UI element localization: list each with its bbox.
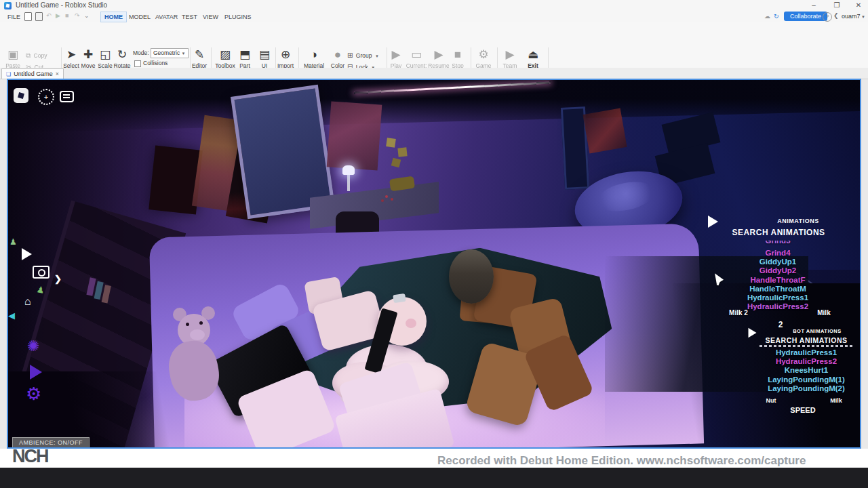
animation-item[interactable]: HydraulicPress2 [745,357,861,367]
chevron-right-icon[interactable]: ❯ [54,274,62,284]
play-overlay-icon[interactable] [22,248,32,260]
cloud-icon[interactable]: ☁ [764,13,770,20]
animation-item[interactable]: Grind4 [724,249,832,258]
panel2-search[interactable]: SEARCH ANIMATIONS [751,336,861,344]
open-file-icon[interactable] [35,12,43,21]
doc-tab-close-icon[interactable]: × [56,70,59,77]
game-viewport[interactable]: + ♟ ❯ ♟ ⌂ ◀ ✺ ⚙ AMBIENCE: ON/OFF ANIMATI… [7,79,861,449]
chat-icon[interactable] [60,91,74,102]
terrain-editor-icon: ✎ [188,47,211,62]
roblox-studio-icon [4,2,12,9]
ambience-toggle-button[interactable]: AMBIENCE: ON/OFF [12,437,90,449]
scene-poster-red [583,108,627,154]
rotate-tool-button[interactable]: ↻ Rotate [111,47,134,69]
collisions-checkbox[interactable] [134,60,141,67]
title-bar: Untitled Game - Roblox Studio – ❐ ✕ [0,0,868,12]
animation-item[interactable]: HandleThroatM [724,285,832,294]
tab-avatar[interactable]: AVATAR [152,12,181,22]
ui-button[interactable]: ▤ UI [253,47,276,69]
animation-item[interactable]: HandleThroatF [724,276,832,285]
panel2-title: BOT ANIMATIONS [774,328,860,334]
milk2-button[interactable]: Milk 2 [717,309,760,317]
mode-dropdown[interactable]: Geometric ▼ [151,48,189,58]
mode-label: Mode: [133,49,149,56]
ui-icon: ▤ [253,47,276,62]
scene-lamp-stand [347,172,350,191]
animation-item[interactable]: LayingPoundingM(2) [745,384,861,394]
move-widget-icon[interactable]: + [38,89,54,105]
doc-tab-label: Untitled Game [14,70,53,77]
file-menu[interactable]: FILE [4,12,24,22]
animation-item-clipped [760,345,853,347]
redo-icon[interactable]: ↷ [75,12,80,19]
emblem-icon[interactable]: ✺ [27,338,39,355]
material-manager-icon: ◑ [300,47,328,62]
animation-item[interactable]: HydraulicPress1 [745,348,861,358]
collaborate-button[interactable]: Collaborate [784,12,827,21]
panel1-title: ANIMATIONS [757,218,840,224]
paste-button[interactable]: ▣ Paste [1,47,24,69]
maximize-button[interactable]: ❐ [827,0,846,10]
arrow-left-icon[interactable]: ◀ [8,310,15,321]
tab-view[interactable]: VIEW [199,12,222,22]
copy-button[interactable]: ⧉ Copy [26,48,47,60]
tab-test[interactable]: TEST [178,12,201,22]
gear-icon[interactable]: ⚙ [26,384,41,405]
quick-access-menu-icon[interactable]: ⌄ [84,12,90,19]
game-settings-icon: ⚙ [472,47,495,62]
group-icon: ⊞ [347,52,353,59]
undo-icon[interactable]: ↶ [46,12,52,19]
tab-model[interactable]: MODEL [125,12,154,22]
mouse-cursor [713,272,722,283]
scene-poster-pink-collage [327,102,382,171]
animation-item[interactable]: HydraulicPress1 [724,293,832,303]
new-file-icon[interactable] [24,12,32,21]
exit-game-icon: ⏏ [521,47,545,62]
collisions-label: Collisions [143,60,167,66]
stop-button[interactable]: ■ Stop [446,47,469,69]
group-button[interactable]: ⊞ Group ▼ [347,48,379,60]
milk-button[interactable]: Milk [803,309,845,317]
panel1-search[interactable]: SEARCH ANIMATIONS [717,228,840,237]
share-icon[interactable]: ❮ [833,12,839,19]
roblox-menu-icon[interactable] [14,88,28,103]
doc-tab-untitled-game[interactable]: ❏ Untitled Game × [1,68,64,79]
figure-icon[interactable]: ♟ [9,237,17,247]
animation-item-clipped[interactable]: Grind3 [724,241,832,247]
stop-quick-icon[interactable]: ■ [65,12,68,19]
play-purple-icon[interactable] [30,365,42,380]
team-test-icon: ▶ [498,47,521,62]
animation-item[interactable]: GiddyUp1 [724,258,832,267]
user-menu[interactable]: ouam7 [842,13,861,20]
ribbon: ▣ Paste ⧉ Copy ✂ Cut ⧉ Duplicate Clipboa… [0,22,868,68]
home-icon[interactable]: ⌂ [24,296,31,308]
watermark-strip: NCH Recorded with Debut Home Edition. ww… [0,449,868,468]
animation-item[interactable]: KneesHurt1 [745,366,861,375]
close-button[interactable]: ✕ [849,0,868,10]
doc-tab-icon: ❏ [6,71,11,77]
nut-button[interactable]: Nut [757,397,785,404]
camera-icon[interactable] [33,266,50,279]
import-3d-icon: ⊕ [274,47,297,62]
nch-logo: NCH [12,446,48,467]
minimize-button[interactable]: – [804,0,823,10]
milk-button2[interactable]: Milk [822,397,850,404]
tab-plugins[interactable]: PLUGINS [221,12,255,22]
terrain-editor-button[interactable]: ✎ Editor [188,47,211,69]
help-icon[interactable]: ? [823,12,832,22]
sync-icon[interactable]: ↻ [774,13,779,20]
panel1-play-icon[interactable] [708,216,718,228]
scene-character-jewel [393,293,406,303]
scene-teddy-muzzle [190,329,205,340]
play-quick-icon[interactable]: ▶ [56,12,60,19]
taskbar: 1 20°C Ciel couvert Search T 1 [0,468,868,488]
animation-item[interactable]: GiddyUp2 [724,266,832,276]
tab-home[interactable]: HOME [100,12,127,22]
animation-item[interactable]: LayingPoundingM(1) [745,375,861,385]
copy-icon: ⧉ [26,52,31,59]
chat-lines [63,94,70,96]
roblox-studio-window: Untitled Game - Roblox Studio – ❐ ✕ FILE… [0,0,868,488]
menu-bar: FILE ↶ ▶ ■ ↷ ⌄ HOME MODEL AVATAR TEST VI… [0,11,868,23]
scene-petals [385,195,388,198]
user-caret-icon: ▼ [861,15,865,19]
